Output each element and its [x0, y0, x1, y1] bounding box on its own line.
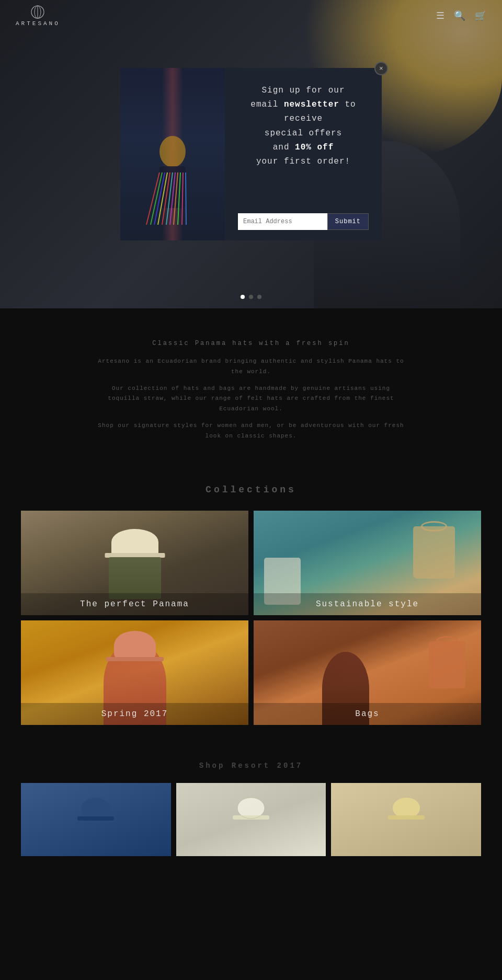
- resort-item-white[interactable]: [176, 783, 326, 856]
- resort-grid: [21, 783, 481, 856]
- newsletter-form: Submit: [238, 213, 369, 230]
- hero-section: ×: [0, 0, 502, 308]
- svg-rect-17: [77, 816, 114, 821]
- submit-button[interactable]: Submit: [327, 213, 369, 230]
- collection-label-sustainable: Sustainable style: [254, 593, 481, 615]
- spring-hat-shape: [114, 631, 156, 660]
- collection-item-bags[interactable]: Bags: [254, 620, 481, 725]
- collection-label-spring: Spring 2017: [21, 703, 248, 725]
- sustainable-bag-handle: [421, 521, 447, 532]
- modal-close-button[interactable]: ×: [374, 62, 388, 75]
- intro-desc-2: Our collection of hats and bags are hand…: [94, 384, 408, 414]
- svg-line-5: [146, 172, 159, 225]
- white-hat-icon: [230, 793, 272, 825]
- collections-title: Collections: [21, 485, 481, 495]
- modal-text: Sign up for our email newsletter to rece…: [238, 84, 369, 169]
- sustainable-bag-shape: [413, 526, 455, 579]
- intro-desc-3: Shop our signature styles for women and …: [94, 421, 408, 442]
- svg-point-3: [159, 136, 186, 167]
- svg-line-15: [186, 172, 186, 225]
- modal-overlay: ×: [0, 0, 502, 308]
- blue-hat-icon: [75, 793, 117, 825]
- collection-item-panama[interactable]: The perfect Panama: [21, 511, 248, 615]
- bags-bag-shape: [429, 641, 465, 688]
- collection-item-spring[interactable]: Spring 2017: [21, 620, 248, 725]
- svg-rect-19: [233, 815, 269, 820]
- panama-hat-shape: [111, 529, 158, 555]
- resort-title: Shop Resort 2017: [21, 762, 481, 770]
- bags-handle: [437, 636, 458, 644]
- modal-image: [120, 68, 225, 240]
- modal-content: Sign up for our email newsletter to rece…: [225, 68, 382, 240]
- newsletter-modal: ×: [120, 68, 382, 240]
- collection-item-sustainable[interactable]: Sustainable style: [254, 511, 481, 615]
- collection-label-panama: The perfect Panama: [21, 593, 248, 615]
- resort-item-cream[interactable]: [331, 783, 481, 856]
- fringe-decoration: [136, 120, 209, 225]
- resort-item-blue[interactable]: [21, 783, 171, 856]
- collection-label-bags: Bags: [254, 703, 481, 725]
- email-input[interactable]: [238, 213, 327, 230]
- spring-hat-brim: [106, 657, 164, 661]
- panama-person-torso: [109, 557, 161, 599]
- svg-rect-22: [388, 815, 425, 820]
- collections-grid: The perfect Panama Sustainable style Spr…: [21, 511, 481, 725]
- cream-hat-icon: [385, 793, 427, 825]
- intro-tagline: Classic Panama hats with a fresh spin: [21, 340, 481, 347]
- intro-section: Classic Panama hats with a fresh spin Ar…: [0, 308, 502, 474]
- resort-section: Shop Resort 2017: [0, 746, 502, 867]
- intro-desc-1: Artesano is an Ecuadorian brand bringing…: [94, 356, 408, 377]
- collections-section: Collections The perfect Panama Sustainab…: [0, 474, 502, 746]
